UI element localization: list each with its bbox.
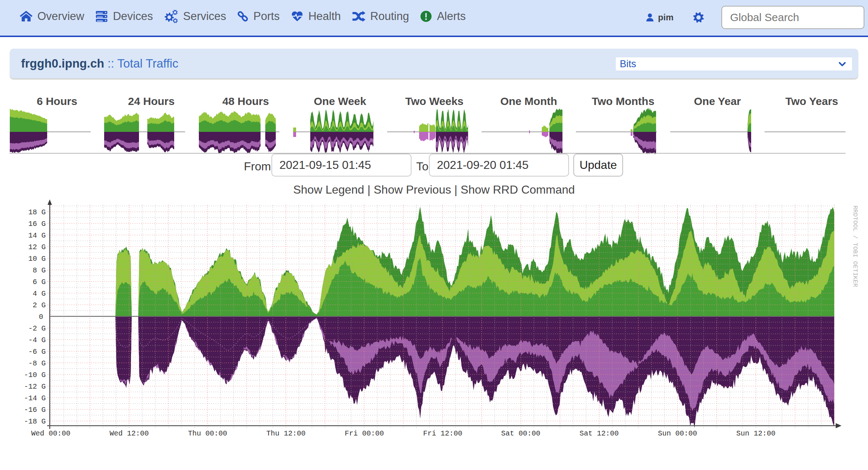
- svg-text:14 G: 14 G: [28, 231, 46, 240]
- svg-text:Wed 12:00: Wed 12:00: [110, 429, 149, 438]
- svg-text:10 G: 10 G: [28, 255, 46, 263]
- svg-text:-8 G: -8 G: [28, 359, 46, 368]
- svg-text:Sun 00:00: Sun 00:00: [658, 429, 697, 438]
- svg-text:-18 G: -18 G: [24, 417, 46, 426]
- svg-text:Sat 12:00: Sat 12:00: [580, 429, 619, 438]
- svg-text:6 G: 6 G: [33, 278, 46, 286]
- svg-text:-14 G: -14 G: [24, 394, 46, 402]
- svg-text:Thu 00:00: Thu 00:00: [188, 429, 227, 438]
- svg-text:Fri 12:00: Fri 12:00: [423, 429, 462, 438]
- svg-text:4 G: 4 G: [33, 289, 46, 298]
- svg-text:Sat 00:00: Sat 00:00: [501, 429, 540, 438]
- svg-text:-16 G: -16 G: [24, 406, 46, 414]
- svg-text:-6 G: -6 G: [28, 348, 46, 356]
- svg-text:Sun 12:00: Sun 12:00: [736, 429, 775, 438]
- svg-text:18 G: 18 G: [28, 208, 46, 216]
- svg-text:0: 0: [39, 313, 43, 321]
- svg-text:8 G: 8 G: [33, 266, 46, 275]
- svg-text:-10 G: -10 G: [24, 371, 46, 379]
- svg-text:16 G: 16 G: [28, 220, 46, 228]
- svg-text:-12 G: -12 G: [24, 382, 46, 391]
- svg-text:-2 G: -2 G: [28, 324, 46, 333]
- svg-text:12 G: 12 G: [28, 243, 46, 251]
- svg-text:2 G: 2 G: [33, 301, 46, 309]
- svg-text:Wed 00:00: Wed 00:00: [31, 429, 70, 438]
- svg-text:RRDTOOL / TOBI OETIKER: RRDTOOL / TOBI OETIKER: [852, 206, 859, 287]
- svg-text:Thu 12:00: Thu 12:00: [266, 429, 306, 438]
- svg-text:-4 G: -4 G: [28, 336, 46, 344]
- svg-text:Fri 00:00: Fri 00:00: [345, 429, 384, 438]
